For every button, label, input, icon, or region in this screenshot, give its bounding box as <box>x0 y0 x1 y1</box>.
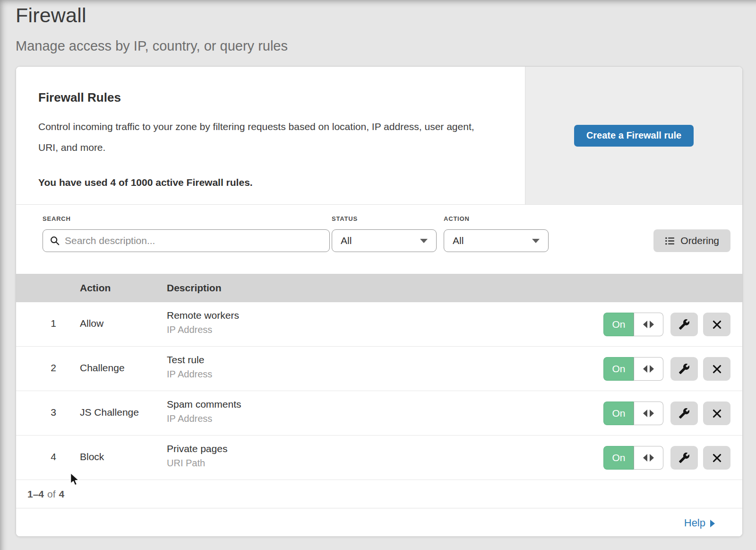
rule-action: Block <box>80 451 104 463</box>
page-header: Firewall Manage access by IP, country, o… <box>16 4 288 54</box>
panel-usage-count: You have used 4 of 1000 active Firewall … <box>38 177 492 188</box>
table-row: 3 JS Challenge Spam comments IP Address … <box>16 391 742 436</box>
pagination-total: 4 <box>59 489 65 500</box>
rule-enabled-toggle[interactable]: On <box>603 357 663 381</box>
rule-enabled-toggle[interactable]: On <box>603 402 663 425</box>
create-firewall-rule-button[interactable]: Create a Firewall rule <box>574 125 694 147</box>
toggle-handle <box>634 313 663 336</box>
filters-bar: SEARCH STATUS All ACTION All <box>16 205 742 274</box>
search-box <box>43 229 330 252</box>
arrow-left-icon <box>643 410 647 417</box>
toggle-on-state: On <box>603 313 634 336</box>
rule-enabled-toggle[interactable]: On <box>603 446 663 470</box>
create-rule-panel: Create a Firewall rule <box>525 67 742 204</box>
delete-rule-button[interactable] <box>703 402 730 425</box>
arrow-right-icon <box>710 520 715 527</box>
toggle-handle <box>634 402 663 425</box>
close-icon <box>712 453 722 463</box>
rule-priority: 4 <box>16 451 56 463</box>
column-header-description: Description <box>167 282 222 294</box>
rule-description: Spam comments IP Address <box>167 399 241 424</box>
close-icon <box>712 320 722 330</box>
toggle-on-state: On <box>603 357 634 381</box>
rule-action: Allow <box>80 318 103 329</box>
status-select[interactable]: All <box>332 229 437 252</box>
help-row: Help <box>16 508 742 537</box>
page-subtitle: Manage access by IP, country, or query r… <box>16 38 288 54</box>
pagination-range: 1–4 <box>27 489 44 500</box>
ordered-list-icon <box>665 236 675 246</box>
edit-rule-button[interactable] <box>670 313 698 336</box>
rule-description-title: Remote workers <box>167 310 239 321</box>
wrench-icon <box>679 408 690 419</box>
arrow-right-icon <box>650 365 654 373</box>
toggle-on-state: On <box>603 446 634 470</box>
status-label: STATUS <box>332 215 358 222</box>
help-link-label: Help <box>684 517 705 529</box>
table-header: Action Description <box>16 274 742 302</box>
table-row: 4 Block Private pages URI Path On <box>16 436 742 480</box>
rule-enabled-toggle[interactable]: On <box>603 313 663 336</box>
chevron-down-icon <box>420 239 428 243</box>
panel-description: Control incoming traffic to your zone by… <box>38 116 485 158</box>
panel-heading: Firewall Rules <box>38 90 492 105</box>
close-icon <box>712 364 722 374</box>
intro-panel: Firewall Rules Control incoming traffic … <box>16 67 742 205</box>
intro-text-panel: Firewall Rules Control incoming traffic … <box>16 67 525 204</box>
rule-match-type: IP Address <box>167 413 241 424</box>
arrow-left-icon <box>643 454 647 462</box>
rule-priority: 2 <box>16 362 56 374</box>
pagination-of: of <box>47 489 56 500</box>
edit-rule-button[interactable] <box>670 402 698 425</box>
arrow-right-icon <box>650 454 654 462</box>
edit-rule-button[interactable] <box>670 446 698 470</box>
close-icon <box>712 409 722 419</box>
rule-description-title: Spam comments <box>167 399 241 410</box>
wrench-icon <box>679 452 690 463</box>
edit-rule-button[interactable] <box>670 357 698 381</box>
action-label: ACTION <box>444 215 470 222</box>
ordering-button-label: Ordering <box>680 235 719 246</box>
rule-description: Remote workers IP Address <box>167 310 239 335</box>
search-input[interactable] <box>65 235 323 246</box>
delete-rule-button[interactable] <box>703 446 730 470</box>
status-select-value: All <box>341 235 352 246</box>
wrench-icon <box>679 363 690 375</box>
table-row: 2 Challenge Test rule IP Address On <box>16 347 742 391</box>
rule-action: Challenge <box>80 362 125 374</box>
ordering-button[interactable]: Ordering <box>653 229 730 252</box>
wrench-icon <box>679 319 690 330</box>
firewall-rules-card: Firewall Rules Control incoming traffic … <box>16 66 743 537</box>
rule-description: Private pages URI Path <box>167 443 227 469</box>
help-link[interactable]: Help <box>684 517 715 529</box>
toggle-handle <box>634 446 663 470</box>
rule-action: JS Challenge <box>80 407 139 418</box>
rule-description-title: Test rule <box>167 354 212 366</box>
toggle-handle <box>634 357 663 381</box>
action-select-value: All <box>453 235 464 246</box>
rule-match-type: IP Address <box>167 324 239 335</box>
delete-rule-button[interactable] <box>703 357 730 381</box>
search-icon <box>50 236 60 246</box>
rule-match-type: URI Path <box>167 458 227 469</box>
chevron-down-icon <box>532 239 540 243</box>
delete-rule-button[interactable] <box>703 313 730 336</box>
rule-match-type: IP Address <box>167 369 212 380</box>
table-row: 1 Allow Remote workers IP Address On <box>16 302 742 347</box>
rule-priority: 3 <box>16 407 56 418</box>
arrow-right-icon <box>650 410 654 417</box>
rule-description: Test rule IP Address <box>167 354 212 380</box>
arrow-left-icon <box>643 321 647 328</box>
page-title: Firewall <box>16 4 288 27</box>
search-label: SEARCH <box>43 215 71 222</box>
action-select[interactable]: All <box>444 229 549 252</box>
arrow-left-icon <box>643 365 647 373</box>
arrow-right-icon <box>650 321 654 328</box>
pagination-row: 1–4 of 4 <box>16 480 742 508</box>
toggle-on-state: On <box>603 402 634 425</box>
column-header-action: Action <box>80 282 111 294</box>
rule-description-title: Private pages <box>167 443 227 454</box>
rule-priority: 1 <box>16 318 56 329</box>
